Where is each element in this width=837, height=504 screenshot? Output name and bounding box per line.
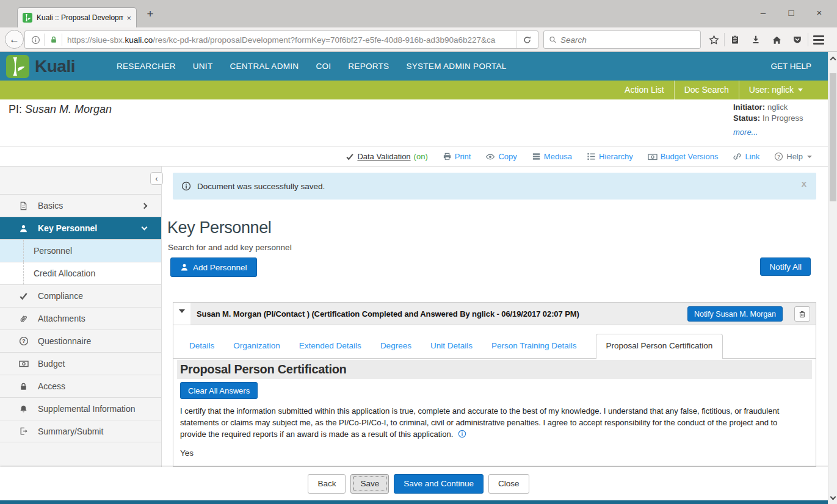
scrollbar-thumb[interactable] [830,73,836,201]
bookmarks-menu-button[interactable] [725,27,745,52]
tab-details[interactable]: Details [189,341,214,358]
scroll-up-arrow[interactable] [828,54,837,62]
pocket-button[interactable] [787,27,808,52]
action-list-link[interactable]: Action List [615,81,674,99]
question-circle-icon: ? [18,336,29,346]
nav-coi[interactable]: COI [316,62,331,71]
svg-text:?: ? [777,154,780,160]
alert-close-button[interactable]: x [802,178,806,189]
add-personnel-button[interactable]: Add Personnel [170,257,257,277]
save-button[interactable]: Save [350,474,389,494]
help-menu[interactable]: ? Help [774,152,812,161]
menu-button[interactable] [808,27,829,52]
sidebar-item-access[interactable]: Access [0,375,161,397]
nav-system-admin-portal[interactable]: SYSTEM ADMIN PORTAL [406,62,506,71]
status-value: In Progress [763,113,803,123]
close-button[interactable]: × [805,0,833,27]
sidebar-item-attachments[interactable]: Attachments [0,307,161,329]
back-button[interactable]: Back [308,474,346,494]
bookmark-star-button[interactable] [703,27,724,52]
info-circle-icon[interactable] [31,35,40,45]
tab-extended-details[interactable]: Extended Details [299,341,361,358]
sidebar-item-summary-submit[interactable]: Summary/Submit [0,420,161,442]
money-icon [18,359,29,369]
sidebar-item-credit-allocation[interactable]: Credit Allocation [0,262,161,284]
page-subtitle: Search for and add key personnel [168,243,292,252]
info-circle-icon[interactable] [458,430,466,438]
sidebar-item-label: Key Personnel [38,223,97,233]
user-menu[interactable]: User: nglick [739,81,813,99]
vertical-scrollbar[interactable] [828,52,837,504]
home-button[interactable] [766,27,787,52]
copy-button[interactable]: Copy [485,152,516,162]
hierarchy-button[interactable]: Hierarchy [587,152,633,161]
tab-proposal-person-certification[interactable]: Proposal Person Certification [596,334,723,359]
app-header: Kuali RESEARCHER UNIT CENTRAL ADMIN COI … [0,52,837,81]
nav-reports[interactable]: REPORTS [348,62,389,71]
download-arrow-icon [751,35,761,45]
sidebar-item-compliance[interactable]: Compliance [0,284,161,307]
nav-researcher[interactable]: RESEARCHER [117,62,176,71]
collapse-toggle[interactable] [173,303,190,325]
https-padlock-icon[interactable] [49,35,58,44]
more-link[interactable]: more... [733,127,803,138]
clear-all-answers-button[interactable]: Clear All Answers [180,382,258,399]
new-tab-button[interactable]: + [143,5,158,23]
sidebar-item-label: Credit Allocation [34,268,95,278]
link-button[interactable]: Link [733,152,759,161]
save-and-continue-button[interactable]: Save and Continue [394,474,484,494]
budget-versions-button[interactable]: Budget Versions [648,152,719,162]
search-bar[interactable] [543,31,701,49]
close-button-footer[interactable]: Close [488,474,529,494]
reload-button[interactable] [516,31,538,48]
sidebar-item-budget[interactable]: Budget [0,352,161,375]
nav-unit[interactable]: UNIT [193,62,213,71]
doc-search-link[interactable]: Doc Search [674,81,739,99]
footer-action-bar: Back Save Save and Continue Close [0,467,837,500]
sidebar-collapse-button[interactable]: ‹ [150,172,163,185]
sidebar-item-questionnaire[interactable]: ? Questionnaire [0,329,161,352]
browser-titlebar: Kuali :: Proposal Developme × + – □ × [0,0,837,27]
tab-degrees[interactable]: Degrees [380,341,411,358]
sidebar-item-basics[interactable]: Basics [0,194,161,217]
sidebar-item-supplemental-information[interactable]: Supplemental Information [0,397,161,420]
browser-urlbar: ← https://siue-sbx.kuali.co/res/kc-pd-kr… [0,27,837,52]
star-icon [709,35,719,45]
tab-person-training-details[interactable]: Person Training Details [491,341,577,358]
sidebar-nav: Basics Key Personnel Personnel Credit Al… [0,194,161,442]
paperclip-icon [18,314,29,323]
data-validation-toggle[interactable]: Data Validation (on) [346,152,427,161]
tab-organization[interactable]: Organization [233,341,280,358]
minimize-button[interactable]: – [749,0,777,27]
certification-question-1: I certify that the information submitted… [180,405,797,441]
notify-all-button[interactable]: Notify All [760,257,811,276]
maximize-button[interactable]: □ [777,0,805,27]
delete-person-button[interactable] [794,306,810,322]
sidebar-item-label: Access [38,381,65,391]
browser-tab[interactable]: Kuali :: Proposal Developme × [17,7,137,27]
print-button[interactable]: Print [443,152,471,161]
sidebar-item-personnel[interactable]: Personnel [0,239,161,262]
tab-close-icon[interactable]: × [126,13,131,23]
person-icon [18,224,29,233]
search-input[interactable] [560,35,695,45]
sidebar-item-label: Attachments [38,314,85,323]
tab-unit-details[interactable]: Unit Details [430,341,473,358]
list-icon [587,152,596,161]
divider [44,34,45,46]
address-bar[interactable]: https://siue-sbx.kuali.co/res/kc-pd-krad… [24,31,538,49]
back-button[interactable]: ← [5,30,24,49]
notify-person-button[interactable]: Notify Susan M. Morgan [687,306,783,322]
nav-central-admin[interactable]: CENTRAL ADMIN [230,62,299,71]
scroll-down-arrow[interactable] [828,494,837,502]
downloads-button[interactable] [745,27,766,52]
sidebar-item-key-personnel[interactable]: Key Personnel [0,217,161,239]
get-help-link[interactable]: GET HELP [770,62,811,71]
app-nav: RESEARCHER UNIT CENTRAL ADMIN COI REPORT… [117,62,507,71]
portal-bar: Action List Doc Search User: nglick [0,81,837,99]
brand-name: Kuali [35,57,75,76]
sidebar-item-label: Supplemental Information [38,404,136,414]
eye-icon [485,152,495,162]
medusa-button[interactable]: Medusa [532,152,572,161]
chevron-down-icon [807,156,812,158]
